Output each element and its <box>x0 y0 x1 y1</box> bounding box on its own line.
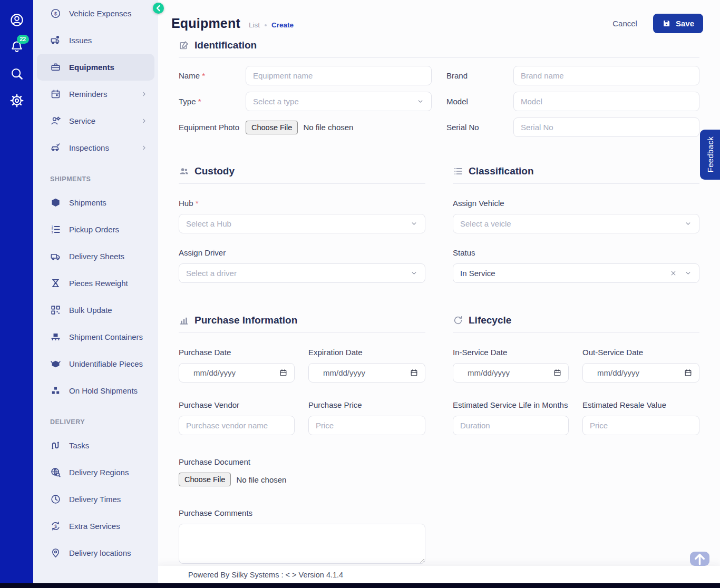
chart-bars-icon <box>179 315 189 326</box>
sidebar-item-label: Delivery Times <box>69 495 148 504</box>
truck-alert-icon <box>50 35 61 46</box>
model-input[interactable] <box>513 92 699 111</box>
feedback-tab[interactable]: Feedback <box>700 130 720 180</box>
sidebar-item-issues[interactable]: Issues <box>37 27 154 54</box>
footer-text: Powered By Silky Systems : < > Version 4… <box>188 571 343 579</box>
sidebar: $Vehicle ExpensesIssuesEquipmentsReminde… <box>33 0 158 583</box>
hub-select[interactable]: Select a Hub <box>179 214 425 233</box>
serial-input[interactable] <box>513 117 699 137</box>
brand-input[interactable] <box>513 66 699 85</box>
rail-notifications-button[interactable]: 22 <box>9 40 24 54</box>
sidebar-item-delivery-times[interactable]: Delivery Times <box>37 486 154 513</box>
sidebar-item-label: Shipment Containers <box>69 332 148 341</box>
status-select[interactable]: In Service <box>453 263 699 283</box>
icon-rail: 22 <box>0 0 33 583</box>
expiration-date-input[interactable]: mm/dd/yyyy <box>308 363 425 383</box>
resale-value-input[interactable] <box>582 416 699 435</box>
classification-section: Classification Assign Vehicle Select a v… <box>453 165 699 283</box>
user-gear-icon <box>50 115 61 126</box>
out-service-date-input[interactable]: mm/dd/yyyy <box>582 363 699 383</box>
purchase-vendor-input[interactable] <box>179 416 295 435</box>
sidebar-item-label: Issues <box>69 36 148 45</box>
sidebar-item-tasks[interactable]: Tasks <box>37 432 154 459</box>
brand-field-row: Brand <box>446 66 699 85</box>
sidebar-item-delivery-sheets[interactable]: Delivery Sheets <box>37 243 154 270</box>
purchase-price-input[interactable] <box>308 416 425 435</box>
sidebar-item-delivery-locations[interactable]: Delivery locations <box>37 540 154 566</box>
breadcrumb-create-link[interactable]: Create <box>271 21 294 29</box>
sidebar-item-unidentifiable-pieces[interactable]: Unidentifiable Pieces <box>37 350 154 377</box>
sidebar-item-vehicle-expenses[interactable]: $Vehicle Expenses <box>37 0 154 27</box>
sidebar-item-bulk-update[interactable]: Bulk Update <box>37 297 154 324</box>
sidebar-item-on-hold-shipments[interactable]: On Hold Shipments <box>37 377 154 404</box>
sidebar-item-extra-services[interactable]: $Extra Services <box>37 513 154 540</box>
service-life-input[interactable] <box>453 416 569 435</box>
purchase-document-field: Purchase Document Choose File No file ch… <box>179 456 425 486</box>
page-header: Equipment List Create Cancel Save <box>158 0 720 40</box>
equipment-photo-file-input: Choose File No file chosen <box>246 121 432 134</box>
boxes-hold-icon <box>50 385 61 396</box>
sidebar-item-shipment-containers[interactable]: Shipment Containers <box>37 324 154 350</box>
save-button[interactable]: Save <box>653 14 703 33</box>
name-input[interactable] <box>246 66 432 85</box>
purchase-date-input[interactable]: mm/dd/yyyy <box>179 363 295 383</box>
cancel-button[interactable]: Cancel <box>612 19 637 28</box>
purchase-price-label: Purchase Price <box>308 399 425 410</box>
rail-search-button[interactable] <box>9 66 24 81</box>
qr-grid-icon <box>50 305 61 316</box>
expiration-date-field: Expiration Date mm/dd/yyyy <box>308 347 425 383</box>
breadcrumb-list-link[interactable]: List <box>249 21 260 29</box>
choose-file-button[interactable]: Choose File <box>246 121 298 134</box>
sidebar-item-service[interactable]: Service <box>37 107 154 134</box>
box-open-icon <box>50 358 61 369</box>
chevron-down-icon <box>684 269 692 277</box>
hub-label: Hub * <box>179 198 425 209</box>
purchase-document-label: Purchase Document <box>179 456 425 467</box>
dollar-circle-icon: $ <box>50 8 61 19</box>
resale-value-field: Estimated Resale Value <box>582 399 699 435</box>
chevron-down-icon <box>416 97 424 105</box>
sidebar-item-inspections[interactable]: Inspections <box>37 134 154 161</box>
chevron-down-icon <box>410 269 418 277</box>
serial-label: Serial No <box>446 122 513 133</box>
rail-settings-button[interactable] <box>9 93 24 108</box>
clear-x-icon[interactable] <box>669 269 677 277</box>
calendar-icon[interactable] <box>279 368 288 377</box>
sidebar-item-label: Pickup Orders <box>69 225 148 234</box>
chevron-right-icon <box>140 117 148 125</box>
list-ordered-icon: 123 <box>50 224 61 235</box>
driver-select[interactable]: Select a driver <box>179 263 425 283</box>
scroll-to-top-button[interactable] <box>690 552 709 566</box>
sidebar-item-pickup-orders[interactable]: 123Pickup Orders <box>37 216 154 243</box>
sidebar-item-label: Delivery locations <box>69 548 148 557</box>
service-life-field: Estimated Service Life in Months <box>453 399 569 435</box>
type-select[interactable]: Select a type <box>246 92 432 111</box>
calendar-icon[interactable] <box>553 368 562 377</box>
purchase-comments-textarea[interactable] <box>179 524 425 564</box>
chevron-right-icon <box>140 144 148 152</box>
choose-file-button[interactable]: Choose File <box>179 473 231 486</box>
sidebar-item-equipments[interactable]: Equipments <box>37 54 154 81</box>
rail-profile-button[interactable] <box>9 13 24 27</box>
user-circle-icon <box>9 13 24 27</box>
calendar-icon[interactable] <box>684 368 693 377</box>
purchase-vendor-label: Purchase Vendor <box>179 399 295 410</box>
sidebar-item-label: Delivery Regions <box>69 468 148 477</box>
purchase-section-title: Purchase Information <box>179 315 425 333</box>
chevron-down-icon <box>684 220 692 228</box>
assign-vehicle-label: Assign Vehicle <box>453 198 699 209</box>
serial-field-row: Serial No <box>446 117 699 137</box>
sidebar-collapse-button[interactable] <box>153 3 164 14</box>
breadcrumb: List Create <box>249 21 294 29</box>
list-detail-icon <box>453 166 463 177</box>
file-status-text: No file chosen <box>303 123 353 132</box>
sidebar-item-label: Reminders <box>69 90 140 99</box>
sidebar-item-pieces-reweight[interactable]: Pieces Reweight <box>37 270 154 297</box>
gear-icon <box>9 93 24 108</box>
calendar-icon[interactable] <box>410 368 419 377</box>
vehicle-select[interactable]: Select a veicle <box>453 214 699 233</box>
sidebar-item-delivery-regions[interactable]: Delivery Regions <box>37 459 154 486</box>
sidebar-item-reminders[interactable]: Reminders <box>37 81 154 107</box>
in-service-date-input[interactable]: mm/dd/yyyy <box>453 363 569 383</box>
sidebar-item-shipments[interactable]: Shipments <box>37 189 154 216</box>
